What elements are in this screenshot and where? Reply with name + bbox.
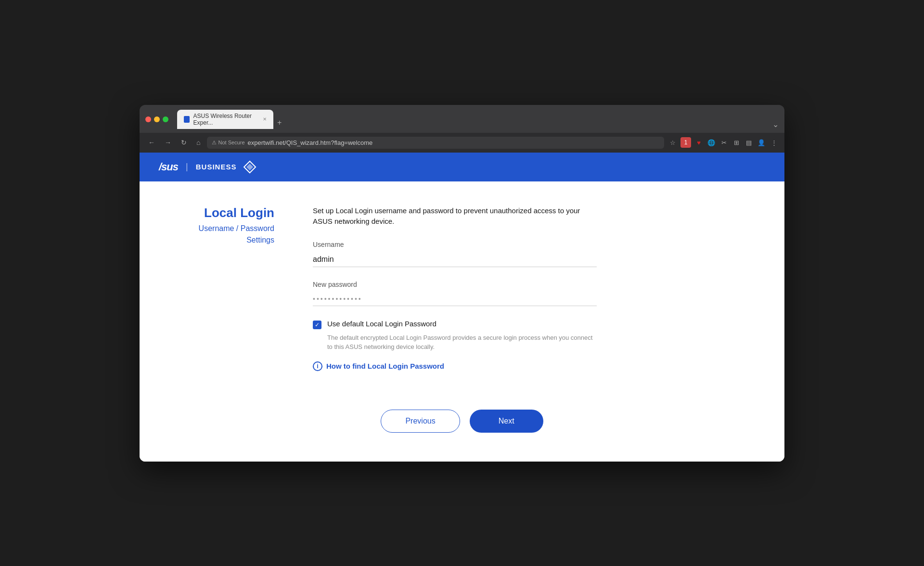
toolbar-icons: ☆ 1 ♥ 🌐 ✂ ⊞ ▤ 👤 ⋮ <box>668 137 779 148</box>
checkbox-section: ✓ Use default Local Login Password The d… <box>313 320 746 352</box>
menu-button[interactable]: ⋮ <box>769 138 779 147</box>
main-content: Local Login Username / Password Settings… <box>140 181 784 462</box>
sidebar-toggle[interactable]: ▤ <box>744 138 754 147</box>
extension-icon-2[interactable]: ♥ <box>694 138 704 147</box>
logo-divider: | <box>186 162 188 172</box>
sidebar-settings: Settings <box>178 236 274 244</box>
sidebar: Local Login Username / Password Settings <box>178 206 274 244</box>
active-tab[interactable]: ASUS Wireless Router Exper... ✕ <box>177 110 273 129</box>
page-content: /sus | BUSINESS Local Login Username / P… <box>140 153 784 462</box>
maximize-button[interactable] <box>163 116 168 122</box>
password-input[interactable] <box>313 292 597 306</box>
checkbox-row: ✓ Use default Local Login Password <box>313 320 746 329</box>
tab-title: ASUS Wireless Router Exper... <box>193 113 259 126</box>
extension-icon-1[interactable]: 1 <box>680 137 691 148</box>
reload-button[interactable]: ↻ <box>178 137 190 148</box>
password-group: New password <box>313 281 746 306</box>
new-tab-button[interactable]: + <box>273 116 285 129</box>
logo-business-text: BUSINESS <box>196 163 237 171</box>
info-link[interactable]: i How to find Local Login Password <box>313 361 746 371</box>
address-input[interactable]: ⚠ Not Secure expertwifi.net/QIS_wizard.h… <box>207 137 664 149</box>
security-warning: ⚠ Not Secure <box>212 140 244 146</box>
url-text: expertwifi.net/QIS_wizard.htm?flag=welco… <box>248 139 373 146</box>
username-input[interactable] <box>313 252 597 267</box>
profile-icon[interactable]: 👤 <box>757 138 766 147</box>
extensions-button[interactable]: ⊞ <box>732 138 741 147</box>
info-icon: i <box>313 361 322 371</box>
info-link-text: How to find Local Login Password <box>326 362 444 370</box>
back-button[interactable]: ← <box>145 137 158 148</box>
checkbox-description: The default encrypted Local Login Passwo… <box>327 333 597 352</box>
password-label: New password <box>313 281 746 288</box>
footer-buttons: Previous Next <box>178 400 746 433</box>
form-section: Set up Local Login username and password… <box>313 206 746 371</box>
previous-button[interactable]: Previous <box>381 410 460 433</box>
tab-close-icon[interactable]: ✕ <box>263 116 267 122</box>
checkbox-label: Use default Local Login Password <box>327 320 436 328</box>
browser-window: ASUS Wireless Router Exper... ✕ + ⌄ ← → … <box>140 105 784 462</box>
next-button[interactable]: Next <box>470 410 543 433</box>
checkmark-icon: ✓ <box>315 322 320 328</box>
content-wrapper: Local Login Username / Password Settings… <box>178 206 746 371</box>
sidebar-title: Local Login <box>178 206 274 220</box>
address-bar: ← → ↻ ⌂ ⚠ Not Secure expertwifi.net/QIS_… <box>140 133 784 153</box>
tab-favicon <box>184 116 190 123</box>
close-button[interactable] <box>145 116 151 122</box>
forward-button[interactable]: → <box>162 137 174 148</box>
use-default-password-checkbox[interactable]: ✓ <box>313 321 321 329</box>
logo: /sus | BUSINESS <box>159 160 257 174</box>
site-header: /sus | BUSINESS <box>140 153 784 181</box>
tab-more-icon[interactable]: ⌄ <box>772 120 779 129</box>
bookmark-icon[interactable]: ☆ <box>668 138 678 147</box>
username-group: Username <box>313 241 746 267</box>
minimize-button[interactable] <box>154 116 160 122</box>
traffic-lights <box>145 116 168 122</box>
title-bar: ASUS Wireless Router Exper... ✕ + ⌄ <box>140 105 784 133</box>
logo-asus-text: /sus <box>159 161 178 173</box>
svg-marker-1 <box>246 164 253 170</box>
extension-icon-4[interactable]: ✂ <box>719 138 729 147</box>
extension-icon-3[interactable]: 🌐 <box>706 138 716 147</box>
username-label: Username <box>313 241 746 248</box>
tab-bar: ASUS Wireless Router Exper... ✕ + ⌄ <box>177 110 779 129</box>
home-button[interactable]: ⌂ <box>193 137 203 148</box>
sidebar-subtitle: Username / Password <box>178 224 274 233</box>
logo-diamond-icon <box>243 160 257 174</box>
form-description: Set up Local Login username and password… <box>313 206 592 227</box>
